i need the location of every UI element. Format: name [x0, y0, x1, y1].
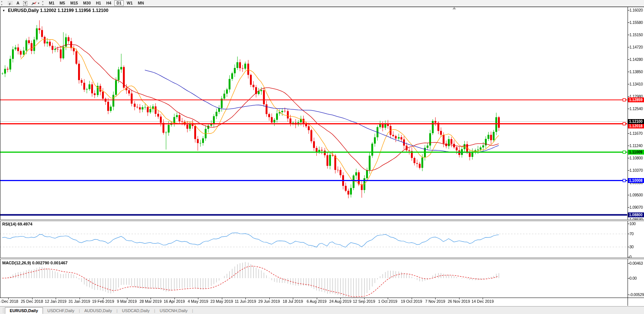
- tab-eurusd-daily[interactable]: EURUSD,Daily: [5, 307, 43, 314]
- text-label-icon: A: [16, 1, 19, 6]
- panel-resize-handle-rsi[interactable]: [0, 220, 644, 221]
- timeframe-w1[interactable]: W1: [124, 0, 135, 6]
- timeframe-m15[interactable]: M15: [68, 0, 80, 6]
- dropdown-caret-icon: ▾: [38, 1, 39, 6]
- chevron-down-icon: ▼: [2, 9, 5, 12]
- text-box-tool-button[interactable]: T: [22, 0, 29, 6]
- top-toolbar: F A T ▾ M1 M5 M15 M30 H1 H4 D1 W1 MN: [0, 0, 644, 7]
- mt4-window: F A T ▾ M1 M5 M15 M30 H1 H4 D1 W1 MN ▼ E…: [0, 0, 644, 314]
- chart-canvas[interactable]: [0, 0, 644, 314]
- tab-audusd-daily[interactable]: AUDUSD,Daily: [80, 308, 117, 314]
- svg-text:F: F: [9, 2, 11, 6]
- timeframe-h1[interactable]: H1: [94, 0, 103, 6]
- timeframe-m5[interactable]: M5: [58, 0, 68, 6]
- fibonacci-tool-button[interactable]: F: [6, 0, 14, 6]
- tab-usdcad-daily[interactable]: USDCAD,Daily: [118, 308, 154, 314]
- text-box-icon: T: [23, 1, 28, 6]
- fibonacci-icon: F: [7, 1, 13, 6]
- timeframe-d1[interactable]: D1: [114, 0, 124, 6]
- timeframe-m1[interactable]: M1: [47, 0, 57, 6]
- chart-ohlc-values: 1.12002 1.12199 1.11956 1.12100: [40, 8, 108, 13]
- timeframe-m30[interactable]: M30: [81, 0, 93, 6]
- rsi-indicator-label: RSI(14) 69.4974: [2, 222, 32, 226]
- macd-indicator-label: MACD(12,26,9) 0.002790 0.001467: [2, 261, 68, 265]
- arrows-icon: [31, 1, 37, 6]
- tab-usdchf-daily[interactable]: USDCHF,Daily: [43, 308, 79, 314]
- tabbar-edge: [0, 308, 3, 313]
- toolbar-grip[interactable]: [1, 1, 3, 5]
- toolbar-grip[interactable]: [42, 1, 44, 5]
- timeframe-h4[interactable]: H4: [104, 0, 113, 6]
- timeframe-mn[interactable]: MN: [136, 0, 146, 6]
- tab-usdcnh-daily[interactable]: USDCNH,Daily: [155, 308, 192, 314]
- chart-title: ▼ EURUSD,Daily 1.12002 1.12199 1.11956 1…: [2, 8, 108, 13]
- chart-tab-bar: EURUSD,Daily USDCHF,Daily | AUDUSD,Daily…: [0, 306, 644, 314]
- text-label-tool-button[interactable]: A: [15, 0, 21, 6]
- tab-separator: |: [192, 308, 193, 313]
- panel-resize-handle-macd[interactable]: [0, 258, 644, 259]
- chart-symbol-period: EURUSD,Daily: [8, 8, 39, 13]
- arrow-tools-button[interactable]: ▾: [30, 0, 41, 6]
